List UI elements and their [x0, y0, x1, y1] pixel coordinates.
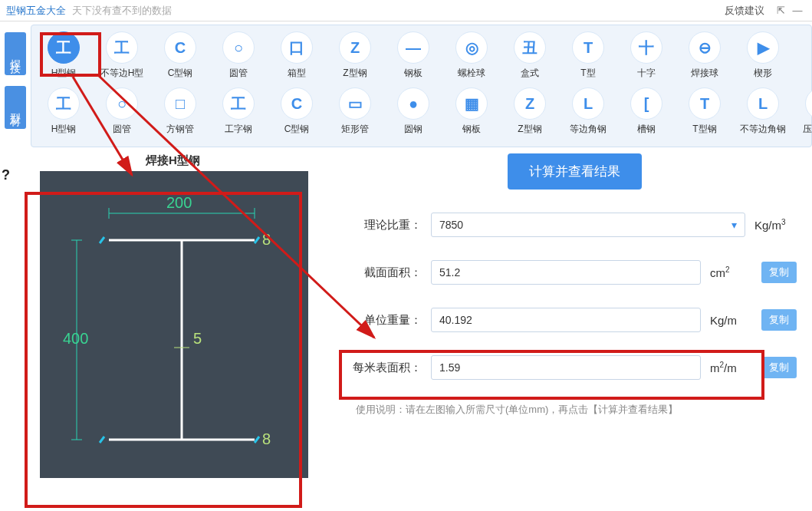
tool-ribbon_row1-12[interactable]: ▶楔形 [734, 31, 792, 80]
tool-icon: ◎ [455, 31, 488, 64]
feedback-link[interactable]: 反馈建议 [725, 4, 764, 18]
svg-line-10 [100, 237, 104, 243]
tool-label: 焊接球 [676, 67, 734, 80]
tool-label: 钢板 [384, 67, 442, 80]
tool-icon: 十 [630, 31, 662, 64]
help-text: 使用说明：请在左图输入所需尺寸(单位mm)，再点击【计算并查看结果】 [356, 403, 797, 417]
tool-ribbon_row1-9[interactable]: TT型 [559, 31, 617, 80]
app-subtitle: 天下没有查不到的数据 [72, 4, 172, 18]
tool-ribbon_row1-5[interactable]: ZZ型钢 [326, 31, 384, 80]
tool-label: 箱型 [268, 67, 326, 80]
tool-icon: 丑 [514, 31, 546, 64]
tool-label: T型钢 [676, 123, 734, 136]
tool-icon: — [397, 31, 429, 64]
tool-label: 不等边H型 [93, 67, 151, 80]
tool-icon: 工 [222, 87, 255, 120]
tool-icon: L [572, 87, 604, 120]
surface-input[interactable] [431, 355, 701, 380]
weight-unit: Kg/m [710, 314, 752, 327]
row-area: 截面面积： cm2 复制 [353, 260, 797, 285]
tool-label: 圆管 [209, 67, 268, 80]
tool-ribbon_row1-7[interactable]: ◎螺栓球 [442, 31, 501, 80]
dim-flange-bot: 8 [262, 430, 271, 447]
tool-ribbon_row2-1[interactable]: ○圆管 [93, 87, 151, 136]
tool-ribbon_row2-13[interactable]: ◆压型钢板 [792, 87, 812, 136]
tool-ribbon_row1-10[interactable]: 十十字 [617, 31, 676, 80]
tool-label: 压型钢板 [792, 123, 812, 136]
tool-ribbon_row1-4[interactable]: 口箱型 [268, 31, 326, 80]
app-title: 型钢五金大全 [6, 4, 66, 18]
help-icon[interactable]: ? [2, 167, 10, 183]
copy-area-button[interactable]: 复制 [761, 262, 797, 283]
tool-label: 方钢管 [151, 123, 209, 136]
tool-icon: T [572, 31, 604, 64]
tool-ribbon_row2-7[interactable]: ▦钢板 [442, 87, 501, 136]
tool-label: H型钢 [35, 123, 93, 136]
section-diagram[interactable]: 200 400 5 8 8 [40, 171, 308, 478]
tool-icon: [ [630, 87, 662, 120]
tool-ribbon_row1-11[interactable]: ⊖焊接球 [676, 31, 734, 80]
side-tab-weld[interactable]: 焊接 [5, 32, 26, 75]
row-density: 理论比重： 7850 ▾ Kg/m3 [353, 213, 797, 237]
tool-ribbon_row2-0[interactable]: 工H型钢 [35, 87, 93, 136]
tool-icon: 工 [106, 31, 138, 64]
tool-label: 圆管 [93, 123, 151, 136]
side-tab-profile[interactable]: 型材 [5, 86, 26, 129]
tool-icon: ▦ [455, 87, 488, 120]
tool-icon: 口 [281, 31, 313, 64]
dim-flange-top: 8 [262, 231, 271, 248]
tool-icon: C [164, 31, 196, 64]
calculate-button[interactable]: 计算并查看结果 [508, 153, 642, 190]
row-weight: 单位重量： Kg/m 复制 [353, 308, 797, 332]
tool-label: 工字钢 [209, 123, 268, 136]
tool-ribbon_row2-9[interactable]: L等边角钢 [559, 87, 617, 136]
chevron-down-icon: ▾ [731, 219, 737, 231]
tool-label: 槽钢 [617, 123, 676, 136]
minimize-icon[interactable]: — [789, 5, 806, 16]
tool-label: 不等边角钢 [734, 123, 792, 136]
tool-icon: ◆ [805, 87, 812, 120]
tool-label: Z型钢 [501, 123, 559, 136]
area-input[interactable] [431, 260, 701, 285]
tool-label: 等边角钢 [559, 123, 617, 136]
pin-icon[interactable]: ⇱ [772, 5, 789, 16]
tool-ribbon_row2-2[interactable]: □方钢管 [151, 87, 209, 136]
tool-label: 矩形管 [326, 123, 384, 136]
tool-label: 圆钢 [384, 123, 442, 136]
density-label: 理论比重： [353, 218, 422, 232]
density-select[interactable]: 7850 ▾ [431, 213, 745, 237]
tool-icon: 工 [48, 31, 80, 64]
density-unit: Kg/m3 [754, 218, 797, 232]
tool-ribbon_row2-8[interactable]: ZZ型钢 [501, 87, 559, 136]
tool-ribbon_row2-4[interactable]: CC型钢 [268, 87, 326, 136]
tool-ribbon_row1-3[interactable]: ○圆管 [209, 31, 268, 80]
tool-ribbon_row2-10[interactable]: [槽钢 [617, 87, 676, 136]
tool-ribbon_row1-2[interactable]: CC型钢 [151, 31, 209, 80]
tool-ribbon_row2-6[interactable]: ●圆钢 [384, 87, 442, 136]
tool-ribbon_row2-12[interactable]: L不等边角钢 [734, 87, 792, 136]
weight-input[interactable] [431, 308, 701, 332]
tool-icon: ▶ [747, 31, 779, 64]
tool-ribbon_row1-8[interactable]: 丑盒式 [501, 31, 559, 80]
tool-ribbon_row1-1[interactable]: 工不等边H型 [93, 31, 151, 80]
tool-icon: ▭ [339, 87, 371, 120]
copy-surface-button[interactable]: 复制 [761, 357, 797, 378]
tool-icon: Z [514, 87, 546, 120]
copy-weight-button[interactable]: 复制 [761, 309, 797, 331]
svg-line-11 [255, 237, 259, 243]
row-surface: 每米表面积： m2/m 复制 [353, 355, 797, 380]
tool-ribbon_row2-5[interactable]: ▭矩形管 [326, 87, 384, 136]
density-value: 7850 [439, 219, 463, 231]
tool-ribbon_row1-0[interactable]: 工H型钢 [35, 31, 93, 80]
tool-ribbon_row2-3[interactable]: 工工字钢 [209, 87, 268, 136]
tool-ribbon_row1-6[interactable]: —钢板 [384, 31, 442, 80]
tool-label: 盒式 [501, 67, 559, 80]
dim-width: 200 [166, 194, 192, 211]
surface-label: 每米表面积： [353, 361, 422, 375]
svg-line-12 [100, 437, 104, 443]
tool-label: 十字 [617, 67, 676, 80]
tool-icon: ● [397, 87, 429, 120]
titlebar: 型钢五金大全 天下没有查不到的数据 反馈建议 ⇱ — [0, 0, 812, 21]
tool-ribbon_row2-11[interactable]: TT型钢 [676, 87, 734, 136]
tool-icon: Z [339, 31, 371, 64]
